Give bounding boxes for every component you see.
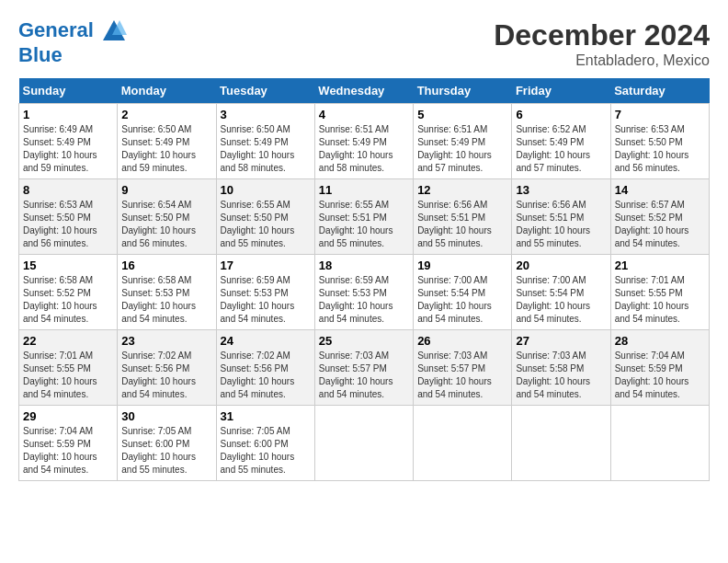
day-number: 2: [121, 108, 211, 121]
day-info: Sunrise: 6:53 AM Sunset: 5:50 PM Dayligh…: [23, 199, 113, 250]
table-cell: 18Sunrise: 6:59 AM Sunset: 5:53 PM Dayli…: [314, 255, 413, 330]
logo: General Blue: [18, 18, 127, 66]
table-cell: 26Sunrise: 7:03 AM Sunset: 5:57 PM Dayli…: [414, 330, 512, 406]
title-block: December 2024 Entabladero, Mexico: [494, 18, 710, 69]
day-info: Sunrise: 7:02 AM Sunset: 5:56 PM Dayligh…: [221, 350, 311, 401]
day-info: Sunrise: 6:55 AM Sunset: 5:50 PM Dayligh…: [221, 199, 311, 250]
table-cell: [610, 406, 709, 481]
table-cell: 29Sunrise: 7:04 AM Sunset: 5:59 PM Dayli…: [19, 406, 118, 481]
calendar-table: Sunday Monday Tuesday Wednesday Thursday…: [18, 78, 710, 481]
day-info: Sunrise: 7:04 AM Sunset: 5:59 PM Dayligh…: [23, 425, 113, 477]
day-number: 27: [516, 334, 606, 348]
day-info: Sunrise: 7:03 AM Sunset: 5:58 PM Dayligh…: [516, 350, 606, 401]
location-title: Entabladero, Mexico: [494, 52, 710, 69]
day-info: Sunrise: 6:55 AM Sunset: 5:51 PM Dayligh…: [319, 199, 409, 250]
day-number: 15: [23, 259, 113, 272]
table-cell: 28Sunrise: 7:04 AM Sunset: 5:59 PM Dayli…: [610, 330, 709, 406]
table-cell: 20Sunrise: 7:00 AM Sunset: 5:54 PM Dayli…: [512, 255, 610, 330]
day-info: Sunrise: 6:56 AM Sunset: 5:51 PM Dayligh…: [516, 199, 606, 250]
day-info: Sunrise: 6:50 AM Sunset: 5:49 PM Dayligh…: [121, 123, 211, 175]
day-info: Sunrise: 6:58 AM Sunset: 5:53 PM Dayligh…: [121, 274, 211, 326]
logo-line2: Blue: [18, 44, 127, 66]
day-number: 17: [221, 259, 311, 272]
day-number: 16: [121, 259, 211, 272]
day-info: Sunrise: 7:03 AM Sunset: 5:57 PM Dayligh…: [319, 350, 409, 401]
day-number: 7: [615, 108, 705, 121]
table-cell: 19Sunrise: 7:00 AM Sunset: 5:54 PM Dayli…: [414, 255, 512, 330]
day-number: 13: [516, 183, 606, 197]
week-row-3: 15Sunrise: 6:58 AM Sunset: 5:52 PM Dayli…: [19, 255, 710, 330]
day-number: 10: [221, 183, 311, 197]
col-thursday: Thursday: [414, 78, 512, 104]
table-cell: 4Sunrise: 6:51 AM Sunset: 5:49 PM Daylig…: [314, 104, 413, 179]
day-number: 3: [221, 108, 311, 121]
day-number: 25: [319, 334, 409, 348]
day-info: Sunrise: 6:58 AM Sunset: 5:52 PM Dayligh…: [23, 274, 113, 326]
col-sunday: Sunday: [19, 78, 118, 104]
table-cell: 21Sunrise: 7:01 AM Sunset: 5:55 PM Dayli…: [610, 255, 709, 330]
day-number: 5: [417, 108, 507, 121]
week-row-1: 1Sunrise: 6:49 AM Sunset: 5:49 PM Daylig…: [19, 104, 710, 179]
day-info: Sunrise: 6:53 AM Sunset: 5:50 PM Dayligh…: [615, 123, 705, 175]
day-number: 22: [23, 334, 113, 348]
day-info: Sunrise: 6:50 AM Sunset: 5:49 PM Dayligh…: [221, 123, 311, 175]
table-cell: 12Sunrise: 6:56 AM Sunset: 5:51 PM Dayli…: [414, 179, 512, 255]
week-row-2: 8Sunrise: 6:53 AM Sunset: 5:50 PM Daylig…: [19, 179, 710, 255]
table-cell: 17Sunrise: 6:59 AM Sunset: 5:53 PM Dayli…: [216, 255, 314, 330]
month-title: December 2024: [494, 18, 710, 52]
week-row-4: 22Sunrise: 7:01 AM Sunset: 5:55 PM Dayli…: [19, 330, 710, 406]
day-number: 24: [221, 334, 311, 348]
day-info: Sunrise: 7:02 AM Sunset: 5:56 PM Dayligh…: [121, 350, 211, 401]
table-cell: 31Sunrise: 7:05 AM Sunset: 6:00 PM Dayli…: [216, 406, 314, 481]
day-number: 29: [23, 409, 113, 423]
day-info: Sunrise: 7:01 AM Sunset: 5:55 PM Dayligh…: [615, 274, 705, 326]
table-cell: 6Sunrise: 6:52 AM Sunset: 5:49 PM Daylig…: [512, 104, 610, 179]
col-friday: Friday: [512, 78, 610, 104]
table-cell: 10Sunrise: 6:55 AM Sunset: 5:50 PM Dayli…: [216, 179, 314, 255]
col-monday: Monday: [118, 78, 216, 104]
day-number: 21: [615, 259, 705, 272]
day-info: Sunrise: 6:49 AM Sunset: 5:49 PM Dayligh…: [23, 123, 113, 175]
table-cell: 1Sunrise: 6:49 AM Sunset: 5:49 PM Daylig…: [19, 104, 118, 179]
table-cell: 3Sunrise: 6:50 AM Sunset: 5:49 PM Daylig…: [216, 104, 314, 179]
day-info: Sunrise: 7:01 AM Sunset: 5:55 PM Dayligh…: [23, 350, 113, 401]
day-info: Sunrise: 6:51 AM Sunset: 5:49 PM Dayligh…: [417, 123, 507, 175]
day-number: 6: [516, 108, 606, 121]
table-cell: 8Sunrise: 6:53 AM Sunset: 5:50 PM Daylig…: [19, 179, 118, 255]
day-number: 31: [221, 409, 311, 423]
day-info: Sunrise: 7:04 AM Sunset: 5:59 PM Dayligh…: [615, 350, 705, 401]
table-cell: 24Sunrise: 7:02 AM Sunset: 5:56 PM Dayli…: [216, 330, 314, 406]
day-info: Sunrise: 7:05 AM Sunset: 6:00 PM Dayligh…: [221, 425, 311, 477]
calendar-header-row: Sunday Monday Tuesday Wednesday Thursday…: [19, 78, 710, 104]
table-cell: 9Sunrise: 6:54 AM Sunset: 5:50 PM Daylig…: [118, 179, 216, 255]
week-row-5: 29Sunrise: 7:04 AM Sunset: 5:59 PM Dayli…: [19, 406, 710, 481]
day-info: Sunrise: 6:59 AM Sunset: 5:53 PM Dayligh…: [319, 274, 409, 326]
table-cell: 16Sunrise: 6:58 AM Sunset: 5:53 PM Dayli…: [118, 255, 216, 330]
day-info: Sunrise: 6:52 AM Sunset: 5:49 PM Dayligh…: [516, 123, 606, 175]
day-info: Sunrise: 6:56 AM Sunset: 5:51 PM Dayligh…: [417, 199, 507, 250]
day-number: 12: [417, 183, 507, 197]
day-info: Sunrise: 6:54 AM Sunset: 5:50 PM Dayligh…: [121, 199, 211, 250]
table-cell: 25Sunrise: 7:03 AM Sunset: 5:57 PM Dayli…: [314, 330, 413, 406]
table-cell: 15Sunrise: 6:58 AM Sunset: 5:52 PM Dayli…: [19, 255, 118, 330]
table-cell: 22Sunrise: 7:01 AM Sunset: 5:55 PM Dayli…: [19, 330, 118, 406]
table-cell: 7Sunrise: 6:53 AM Sunset: 5:50 PM Daylig…: [610, 104, 709, 179]
day-number: 8: [23, 183, 113, 197]
day-number: 28: [615, 334, 705, 348]
day-info: Sunrise: 6:59 AM Sunset: 5:53 PM Dayligh…: [221, 274, 311, 326]
day-info: Sunrise: 7:00 AM Sunset: 5:54 PM Dayligh…: [516, 274, 606, 326]
table-cell: [512, 406, 610, 481]
day-number: 18: [319, 259, 409, 272]
table-cell: 14Sunrise: 6:57 AM Sunset: 5:52 PM Dayli…: [610, 179, 709, 255]
day-info: Sunrise: 6:57 AM Sunset: 5:52 PM Dayligh…: [615, 199, 705, 250]
table-cell: 13Sunrise: 6:56 AM Sunset: 5:51 PM Dayli…: [512, 179, 610, 255]
day-info: Sunrise: 7:05 AM Sunset: 6:00 PM Dayligh…: [121, 425, 211, 477]
table-cell: 2Sunrise: 6:50 AM Sunset: 5:49 PM Daylig…: [118, 104, 216, 179]
table-cell: 30Sunrise: 7:05 AM Sunset: 6:00 PM Dayli…: [118, 406, 216, 481]
day-number: 11: [319, 183, 409, 197]
day-number: 9: [121, 183, 211, 197]
table-cell: 27Sunrise: 7:03 AM Sunset: 5:58 PM Dayli…: [512, 330, 610, 406]
day-number: 23: [121, 334, 211, 348]
day-info: Sunrise: 6:51 AM Sunset: 5:49 PM Dayligh…: [319, 123, 409, 175]
logo-text: General: [18, 18, 127, 44]
